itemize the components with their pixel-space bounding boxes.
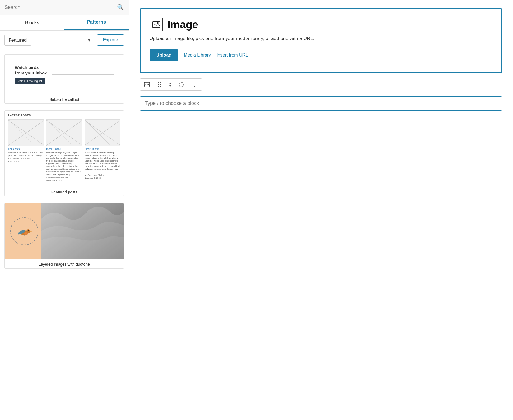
toolbar-image-button[interactable] xyxy=(140,79,154,90)
bird-circle xyxy=(10,217,38,245)
search-icon[interactable]: 🔍 xyxy=(117,4,124,11)
post-title-2: Block: Image xyxy=(46,148,82,150)
layered-preview-wrapper xyxy=(5,203,124,259)
svg-line-6 xyxy=(24,235,24,237)
tabs-row: Blocks Patterns xyxy=(0,15,129,31)
media-library-link[interactable]: Media Library xyxy=(184,53,211,58)
post-excerpt-1: Welcome to WordPress. This is your first… xyxy=(8,151,44,157)
post-date-1: April 10, 2022 xyxy=(8,160,44,162)
layered-bg xyxy=(41,203,124,259)
image-block-header: Image xyxy=(150,18,492,31)
search-bar: 🔍 xyxy=(0,0,129,15)
right-panel: Image Upload an image file, pick one fro… xyxy=(129,0,513,420)
post-excerpt-3: Button blocks are not semantically butto… xyxy=(85,151,120,173)
pattern-card-featured-posts[interactable]: LATEST POSTS Hello world! Welcome to Wor… xyxy=(4,110,124,196)
patterns-list: Watch birdsfrom your inbox Join our mail… xyxy=(0,50,129,420)
post-thumbnail-3 xyxy=(85,119,120,146)
post-excerpt-2: Welcome to image alignment! If you recog… xyxy=(46,151,82,176)
post-readmore-1: Add "read more" link text xyxy=(8,158,44,160)
image-block-container: Image Upload an image file, pick one fro… xyxy=(140,8,502,73)
tab-patterns[interactable]: Patterns xyxy=(64,15,129,30)
move-icon xyxy=(158,82,161,87)
category-select[interactable]: Featured All Buttons Gallery Headers Tex… xyxy=(4,35,31,46)
post-date-2: November 3, 2018 xyxy=(46,179,82,181)
post-thumbnail-2 xyxy=(46,119,82,146)
more-options-icon: ⋮ xyxy=(192,81,198,88)
image-icon-box xyxy=(150,18,163,31)
category-select-wrapper: Featured All Buttons Gallery Headers Tex… xyxy=(4,35,94,46)
subscribe-text: Watch birdsfrom your inbox Join our mail… xyxy=(15,65,47,84)
block-toolbar: ▴ ▾ ⋮ xyxy=(140,78,202,91)
layered-preview xyxy=(5,203,124,259)
pattern-card-subscribe[interactable]: Watch birdsfrom your inbox Join our mail… xyxy=(4,54,124,104)
svg-point-8 xyxy=(24,232,28,235)
svg-marker-3 xyxy=(30,231,32,232)
type-slash-input[interactable] xyxy=(140,96,502,111)
insert-url-link[interactable]: Insert from URL xyxy=(216,53,248,58)
search-input[interactable] xyxy=(4,4,117,10)
post-item-1: Hello world! Welcome to WordPress. This … xyxy=(8,119,44,181)
toolbar-spinner-button[interactable] xyxy=(175,79,188,90)
toolbar-updown-button[interactable]: ▴ ▾ xyxy=(165,79,175,90)
subscribe-heading: Watch birdsfrom your inbox xyxy=(15,65,47,76)
tab-blocks[interactable]: Blocks xyxy=(0,15,64,30)
post-title-1: Hello world! xyxy=(8,148,44,150)
pattern-label-subscribe: Subscribe callout xyxy=(5,94,124,103)
subscribe-divider xyxy=(52,74,114,75)
mountain-svg xyxy=(41,203,124,259)
post-thumbnail-1 xyxy=(8,119,44,146)
filter-row: Featured All Buttons Gallery Headers Tex… xyxy=(0,31,129,50)
left-panel: 🔍 Blocks Patterns Featured All Buttons G… xyxy=(0,0,129,420)
post-readmore-2: Add "read more" link text xyxy=(46,177,82,179)
svg-point-11 xyxy=(157,22,159,24)
image-block-icon xyxy=(152,21,160,28)
post-title-3: Block: Button xyxy=(85,148,120,150)
post-item-3: Block: Button Button blocks are not sema… xyxy=(85,119,120,181)
svg-line-7 xyxy=(25,235,25,237)
pattern-card-layered[interactable]: Layered images with duotone xyxy=(4,203,124,269)
spinner-icon xyxy=(179,82,184,87)
bird-svg xyxy=(16,225,33,238)
image-block-title: Image xyxy=(167,19,198,31)
svg-point-13 xyxy=(148,83,149,84)
post-date-3: November 3, 2018 xyxy=(85,177,120,179)
featured-posts-preview: LATEST POSTS Hello world! Welcome to Wor… xyxy=(5,111,124,187)
svg-point-4 xyxy=(28,230,29,231)
latest-posts-label: LATEST POSTS xyxy=(8,114,120,117)
chevron-updown-icon: ▴ ▾ xyxy=(169,82,171,87)
post-readmore-3: Add "read more" link text xyxy=(85,174,120,176)
posts-grid: Hello world! Welcome to WordPress. This … xyxy=(8,119,120,181)
explore-button[interactable]: Explore xyxy=(97,34,124,46)
toolbar-move-button[interactable] xyxy=(154,79,165,90)
pattern-label-layered: Layered images with duotone xyxy=(5,259,124,268)
pattern-label-featured-posts: Featured posts xyxy=(5,187,124,196)
toolbar-image-icon xyxy=(144,82,150,87)
image-block-actions: Upload Media Library Insert from URL xyxy=(150,49,492,61)
join-btn-preview: Join our mailing list xyxy=(15,78,45,84)
image-block-description: Upload an image file, pick one from your… xyxy=(150,36,492,41)
post-item-2: Block: Image Welcome to image alignment!… xyxy=(46,119,82,181)
toolbar-more-button[interactable]: ⋮ xyxy=(188,79,202,90)
upload-button[interactable]: Upload xyxy=(150,49,178,61)
subscribe-preview: Watch birdsfrom your inbox Join our mail… xyxy=(5,55,124,94)
